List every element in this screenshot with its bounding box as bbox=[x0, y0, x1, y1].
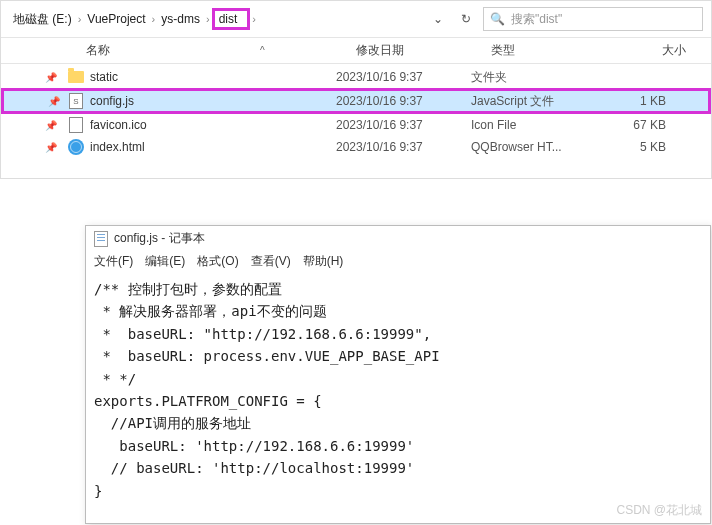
js-file-icon: S bbox=[66, 93, 86, 109]
file-date: 2023/10/16 9:37 bbox=[336, 118, 471, 132]
history-dropdown[interactable]: ⌄ bbox=[427, 8, 449, 30]
menu-format[interactable]: 格式(O) bbox=[197, 253, 238, 270]
file-row[interactable]: 📌 index.html 2023/10/16 9:37 QQBrowser H… bbox=[1, 136, 711, 158]
menu-edit[interactable]: 编辑(E) bbox=[145, 253, 185, 270]
address-bar: 地磁盘 (E:) › VueProject › ys-dms › dist › … bbox=[1, 1, 711, 38]
menu-file[interactable]: 文件(F) bbox=[94, 253, 133, 270]
col-header-date[interactable]: 修改日期 bbox=[356, 42, 491, 59]
column-headers: 名称^ 修改日期 类型 大小 bbox=[1, 38, 711, 64]
pin-icon: 📌 bbox=[44, 96, 64, 107]
file-name: static bbox=[86, 70, 336, 84]
file-type: JavaScript 文件 bbox=[471, 93, 606, 110]
pin-icon: 📌 bbox=[41, 120, 61, 131]
file-type: Icon File bbox=[471, 118, 606, 132]
ico-file-icon bbox=[66, 117, 86, 133]
file-size: 1 KB bbox=[606, 94, 666, 108]
menu-view[interactable]: 查看(V) bbox=[251, 253, 291, 270]
file-row[interactable]: 📌 static 2023/10/16 9:37 文件夹 bbox=[1, 66, 711, 88]
col-header-name[interactable]: 名称^ bbox=[86, 42, 356, 59]
file-type: QQBrowser HT... bbox=[471, 140, 606, 154]
col-header-size[interactable]: 大小 bbox=[626, 42, 686, 59]
chevron-right-icon: › bbox=[76, 13, 84, 25]
breadcrumb[interactable]: 地磁盘 (E:) › VueProject › ys-dms › dist › bbox=[9, 8, 258, 30]
file-size: 5 KB bbox=[606, 140, 666, 154]
file-date: 2023/10/16 9:37 bbox=[336, 140, 471, 154]
notepad-titlebar[interactable]: config.js - 记事本 bbox=[86, 226, 710, 251]
search-placeholder: 搜索"dist" bbox=[511, 11, 562, 28]
sort-indicator: ^ bbox=[260, 45, 265, 56]
pin-icon: 📌 bbox=[41, 142, 61, 153]
search-icon: 🔍 bbox=[490, 12, 505, 26]
search-input[interactable]: 🔍 搜索"dist" bbox=[483, 7, 703, 31]
file-date: 2023/10/16 9:37 bbox=[336, 94, 471, 108]
chevron-right-icon: › bbox=[250, 13, 258, 25]
watermark: CSDN @花北城 bbox=[616, 502, 702, 519]
file-row[interactable]: 📌 favicon.ico 2023/10/16 9:37 Icon File … bbox=[1, 114, 711, 136]
breadcrumb-current[interactable]: dist bbox=[212, 8, 251, 30]
notepad-icon bbox=[94, 231, 108, 247]
breadcrumb-item[interactable]: VueProject bbox=[83, 10, 149, 28]
html-file-icon bbox=[66, 139, 86, 155]
file-list: 📌 static 2023/10/16 9:37 文件夹 📌 S config.… bbox=[1, 64, 711, 178]
notepad-menubar: 文件(F) 编辑(E) 格式(O) 查看(V) 帮助(H) bbox=[86, 251, 710, 274]
refresh-icon: ↻ bbox=[461, 12, 471, 26]
notepad-window: config.js - 记事本 文件(F) 编辑(E) 格式(O) 查看(V) … bbox=[85, 225, 711, 524]
notepad-title: config.js - 记事本 bbox=[114, 230, 205, 247]
file-name: config.js bbox=[86, 94, 336, 108]
file-type: 文件夹 bbox=[471, 69, 606, 86]
file-date: 2023/10/16 9:37 bbox=[336, 70, 471, 84]
chevron-right-icon: › bbox=[204, 13, 212, 25]
notepad-content[interactable]: /** 控制打包时，参数的配置 * 解决服务器部署，api不变的问题 * bas… bbox=[86, 274, 710, 506]
menu-help[interactable]: 帮助(H) bbox=[303, 253, 344, 270]
pin-icon: 📌 bbox=[41, 72, 61, 83]
file-explorer: 地磁盘 (E:) › VueProject › ys-dms › dist › … bbox=[0, 0, 712, 179]
refresh-button[interactable]: ↻ bbox=[455, 8, 477, 30]
col-header-type[interactable]: 类型 bbox=[491, 42, 626, 59]
file-size: 67 KB bbox=[606, 118, 666, 132]
chevron-right-icon: › bbox=[150, 13, 158, 25]
folder-icon bbox=[66, 71, 86, 83]
file-name: favicon.ico bbox=[86, 118, 336, 132]
chevron-down-icon: ⌄ bbox=[433, 12, 443, 26]
breadcrumb-root[interactable]: 地磁盘 (E:) bbox=[9, 9, 76, 30]
file-row-selected[interactable]: 📌 S config.js 2023/10/16 9:37 JavaScript… bbox=[1, 88, 711, 114]
breadcrumb-item[interactable]: ys-dms bbox=[157, 10, 204, 28]
file-name: index.html bbox=[86, 140, 336, 154]
